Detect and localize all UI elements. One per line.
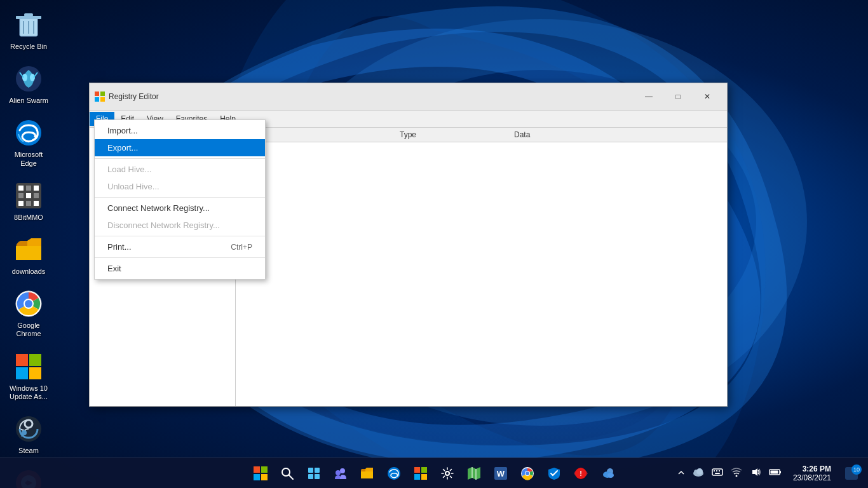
settings-button[interactable] [435, 461, 460, 486]
tray-chevron[interactable] [675, 467, 688, 480]
system-tray [675, 466, 784, 480]
svg-rect-54 [414, 467, 420, 473]
svg-rect-21 [16, 246, 41, 260]
desktop-icon-google-chrome[interactable]: Google Chrome [3, 285, 54, 341]
svg-rect-76 [716, 470, 717, 471]
svg-rect-47 [315, 468, 320, 473]
desktop-icon-8bitmmo[interactable]: 8BitMMO [3, 177, 54, 225]
svg-rect-42 [254, 474, 260, 480]
word-button[interactable]: W [488, 461, 513, 486]
store-button[interactable] [408, 461, 433, 486]
start-button[interactable] [248, 461, 273, 486]
desktop-icon-alien-swarm[interactable]: Alien Swarm [3, 60, 54, 108]
svg-rect-55 [421, 467, 427, 473]
windows-update-icon [13, 351, 44, 382]
svg-rect-20 [34, 201, 39, 206]
menu-print[interactable]: Print... Ctrl+P [95, 238, 265, 255]
close-button[interactable]: ✕ [693, 87, 722, 106]
tray-volume[interactable] [747, 466, 764, 480]
windows-update-label: Windows 10 Update As... [6, 384, 51, 401]
desktop: Recycle Bin Alien Swarm [0, 0, 868, 488]
svg-rect-38 [95, 97, 99, 102]
malware-button[interactable]: ! [568, 461, 593, 486]
svg-rect-52 [361, 471, 373, 478]
desktop-icon-windows-update[interactable]: Windows 10 Update As... [3, 348, 54, 404]
svg-rect-83 [780, 471, 781, 473]
desktop-icon-microsoft-edge[interactable]: Microsoft Edge [3, 114, 54, 170]
menu-load-hive: Load Hive... [95, 161, 265, 178]
svg-point-70 [607, 473, 614, 478]
chrome-taskbar-button[interactable] [515, 461, 540, 486]
svg-point-65 [526, 471, 529, 475]
svg-text:W: W [497, 469, 505, 478]
registry-data-panel: Name Type Data [236, 128, 727, 406]
file-dropdown-menu: Import... Export... Load Hive... Unload … [94, 119, 266, 280]
svg-rect-27 [29, 354, 41, 366]
widgets-button[interactable] [301, 461, 327, 486]
maximize-button[interactable]: □ [663, 87, 693, 106]
svg-rect-48 [308, 474, 313, 479]
menu-unload-hive: Unload Hive... [95, 178, 265, 195]
svg-rect-14 [34, 186, 39, 191]
desktop-icon-downloads[interactable]: downloads [3, 231, 54, 279]
google-chrome-label: Google Chrome [6, 322, 51, 338]
edge-taskbar-button[interactable] [381, 461, 407, 486]
export-label: Export... [107, 143, 138, 152]
tray-cloud[interactable] [690, 466, 707, 480]
menu-import[interactable]: Import... [95, 122, 265, 139]
unload-hive-label: Unload Hive... [107, 182, 159, 191]
notification-center[interactable]: 10 [840, 462, 863, 485]
8bitmmo-icon [13, 180, 44, 211]
svg-rect-3 [24, 13, 33, 17]
menu-exit[interactable]: Exit [95, 260, 265, 277]
svg-point-25 [25, 300, 32, 308]
menu-connect-network[interactable]: Connect Network Registry... [95, 200, 265, 217]
taskbar-center: W [248, 461, 620, 486]
data-column-headers: Name Type Data [236, 128, 727, 142]
separator-1 [95, 158, 265, 159]
svg-rect-77 [719, 470, 720, 471]
svg-rect-26 [16, 354, 28, 366]
desktop-icon-recycle-bin[interactable]: Recycle Bin [3, 6, 54, 54]
load-hive-label: Load Hive... [107, 165, 151, 174]
window-titlebar: Registry Editor — □ ✕ [90, 83, 727, 111]
defender-button[interactable] [541, 461, 567, 486]
svg-rect-78 [715, 473, 720, 474]
disconnect-network-label: Disconnect Network Registry... [107, 220, 220, 230]
recycle-bin-icon [13, 10, 44, 40]
svg-line-45 [289, 475, 293, 479]
svg-point-79 [735, 475, 737, 477]
svg-point-51 [336, 470, 341, 475]
tray-keyboard[interactable] [709, 466, 726, 480]
svg-rect-41 [261, 466, 268, 473]
menu-export[interactable]: Export... [95, 139, 265, 156]
svg-point-44 [282, 468, 290, 476]
svg-marker-80 [752, 468, 757, 476]
steam-label: Steam [18, 447, 39, 455]
desktop-icon-steam[interactable]: Steam [3, 410, 54, 458]
weather-button[interactable] [595, 461, 620, 486]
svg-rect-36 [95, 92, 99, 96]
teams-button[interactable] [328, 461, 353, 486]
col-data: Data [509, 129, 727, 140]
svg-rect-18 [18, 201, 24, 206]
maps-button[interactable] [461, 461, 487, 486]
print-label: Print... [107, 242, 132, 252]
taskbar-right: 3:26 PM 23/08/2021 10 [675, 462, 863, 485]
file-explorer-button[interactable] [355, 461, 380, 486]
tray-wifi[interactable] [728, 466, 745, 480]
separator-3 [95, 236, 265, 236]
steam-icon [13, 414, 44, 444]
svg-rect-43 [261, 474, 268, 480]
minimize-button[interactable]: — [634, 87, 663, 106]
8bitmmo-label: 8BitMMO [14, 214, 43, 222]
svg-rect-13 [26, 186, 31, 191]
window-title: Registry Editor [109, 92, 630, 101]
search-button[interactable] [275, 461, 300, 486]
svg-rect-12 [18, 186, 24, 191]
microsoft-edge-icon [13, 118, 44, 148]
svg-rect-29 [29, 367, 41, 379]
clock[interactable]: 3:26 PM 23/08/2021 [788, 463, 836, 484]
svg-rect-75 [714, 470, 715, 471]
tray-battery[interactable] [766, 466, 784, 480]
